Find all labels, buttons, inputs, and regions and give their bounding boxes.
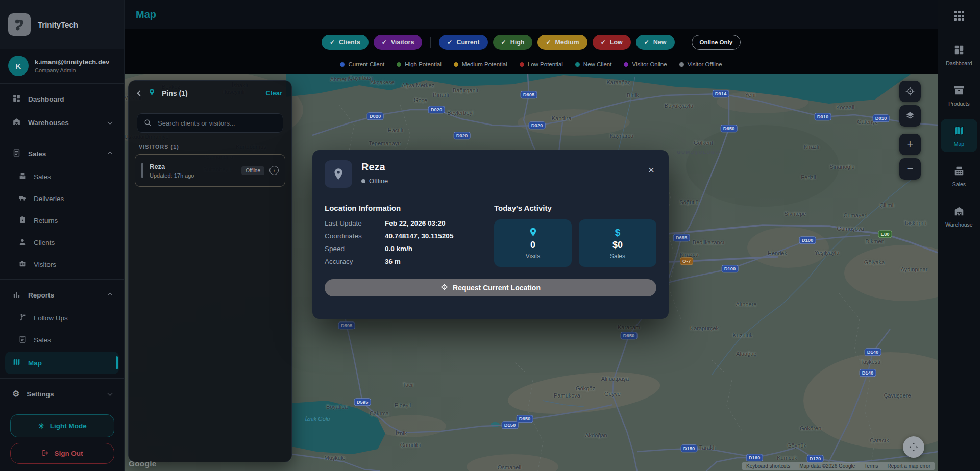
- search-input[interactable]: [137, 113, 283, 133]
- sidebar-item-deliveries[interactable]: Deliveries: [5, 188, 119, 209]
- check-icon: ✓: [601, 39, 606, 46]
- pins-panel: Pins (1) Clear VISITORS (1) Reza Updated…: [128, 80, 292, 462]
- keyboard-shortcuts-link[interactable]: Keyboard shortcuts: [746, 463, 790, 469]
- check-icon: ✓: [501, 39, 506, 46]
- legend-dot: [624, 62, 628, 67]
- legend-label: Visitor Offline: [688, 61, 722, 67]
- layers-button[interactable]: [899, 105, 921, 127]
- user-role: Company Admin: [35, 67, 109, 73]
- location-information: Location Information Last UpdateFeb 22, …: [325, 204, 476, 270]
- location-heading: Location Information: [325, 204, 476, 212]
- sidebar-item-reports[interactable]: Reports: [5, 284, 119, 306]
- filter-chip-medium[interactable]: ✓Medium: [537, 35, 587, 50]
- modal-status: Offline: [361, 177, 388, 185]
- dashboard-icon: [953, 44, 965, 57]
- visits-value: 0: [530, 240, 535, 251]
- filter-chip-online-only[interactable]: Online Only: [692, 35, 741, 50]
- info-row: Speed0.0 km/h: [325, 245, 476, 253]
- zoom-out-button[interactable]: −: [899, 158, 921, 180]
- back-chevron-icon[interactable]: [137, 90, 142, 96]
- filter-chip-visitors[interactable]: ✓Visitors: [374, 35, 423, 50]
- filter-chip-new[interactable]: ✓New: [636, 35, 675, 50]
- sidebar-item-map[interactable]: Map: [5, 352, 119, 374]
- filter-chip-clients[interactable]: ✓Clients: [322, 35, 369, 50]
- clipboard-return-icon: [18, 216, 27, 226]
- rail-item-dashboard[interactable]: Dashboard: [941, 38, 977, 71]
- sidebar-item-visitors[interactable]: Visitors: [5, 254, 119, 275]
- legend-item: Current Client: [340, 61, 384, 67]
- filter-chip-high[interactable]: ✓High: [493, 35, 533, 50]
- divider: [0, 378, 124, 379]
- row-value: Feb 22, 2026 03:20: [385, 219, 446, 227]
- truck-icon: [18, 194, 27, 204]
- sales-value: $0: [612, 240, 623, 251]
- app-root: TrinityTech K k.imani@trinitytech.dev Co…: [0, 0, 980, 471]
- info-row: Coordinates40.748147, 30.115205: [325, 232, 476, 240]
- top-bar: Map: [125, 0, 938, 29]
- chevron-up-icon: [108, 151, 113, 156]
- locate-button[interactable]: [899, 81, 921, 102]
- sidebar-item-label: Warehouses: [28, 119, 69, 127]
- clear-button[interactable]: Clear: [265, 89, 282, 97]
- legend-label: Visitor Online: [632, 61, 667, 67]
- close-icon[interactable]: ×: [648, 164, 654, 175]
- sidebar-footer: ☀ Light Mode Sign Out: [0, 409, 124, 471]
- sidebar-item-label: Deliveries: [34, 195, 64, 203]
- terms-link[interactable]: Terms: [864, 463, 878, 469]
- chip-label: New: [653, 39, 667, 46]
- apps-grid-button[interactable]: [948, 7, 970, 24]
- cash-register-icon: [953, 165, 965, 178]
- chevron-down-icon: [108, 119, 113, 125]
- light-mode-button[interactable]: ☀ Light Mode: [10, 414, 114, 437]
- info-icon[interactable]: i: [270, 166, 279, 175]
- sun-icon: ☀: [38, 422, 44, 430]
- chevron-down-icon: [108, 391, 113, 396]
- sidebar-item-dashboard[interactable]: Dashboard: [5, 88, 119, 110]
- filter-bar: ✓Clients ✓Visitors ✓Current ✓High ✓Mediu…: [125, 29, 938, 74]
- rail-item-map[interactable]: Map: [941, 119, 977, 152]
- legend-label: Medium Potential: [462, 61, 507, 67]
- legend-label: High Potential: [405, 61, 442, 67]
- visitor-list-item[interactable]: Reza Updated: 17h ago Offline i: [135, 154, 285, 187]
- pan-fullscreen-button[interactable]: [903, 436, 924, 458]
- request-location-button[interactable]: Request Current Location: [325, 279, 656, 296]
- sidebar-item-clients[interactable]: Clients: [5, 232, 119, 253]
- sidebar-item-settings[interactable]: ⚙ Settings: [5, 383, 119, 405]
- brand-logo-icon: [8, 13, 31, 36]
- sidebar-item-follow-ups[interactable]: Follow Ups: [5, 307, 119, 329]
- light-mode-label: Light Mode: [50, 422, 87, 430]
- visits-card: 0 Visits: [494, 219, 572, 267]
- row-value: 0.0 km/h: [385, 245, 412, 253]
- info-row: Last UpdateFeb 22, 2026 03:20: [325, 219, 476, 227]
- status-dot: [361, 179, 365, 183]
- filter-chip-current[interactable]: ✓Current: [439, 35, 487, 50]
- sidebar-item-sales-group[interactable]: Sales: [5, 142, 119, 165]
- filter-chip-low[interactable]: ✓Low: [593, 35, 631, 50]
- legend-label: Low Potential: [528, 61, 563, 67]
- check-icon: ✓: [546, 39, 551, 46]
- sidebar-item-label: Clients: [34, 239, 55, 246]
- warehouse-icon: [953, 206, 965, 218]
- sidebar-item-sales-report[interactable]: Sales: [5, 329, 119, 351]
- divider: [0, 138, 124, 138]
- rail-item-products[interactable]: Products: [941, 79, 977, 112]
- rail-item-warehouse[interactable]: Warehouse: [941, 200, 977, 233]
- rail-item-label: Sales: [952, 181, 966, 187]
- pins-panel-header: Pins (1) Clear: [129, 81, 291, 106]
- divider: [430, 37, 431, 48]
- visitor-updated: Updated: 17h ago: [150, 172, 194, 179]
- sidebar-item-sales[interactable]: Sales: [5, 166, 119, 187]
- brand-name: TrinityTech: [38, 20, 78, 29]
- legend-item: High Potential: [397, 61, 442, 67]
- logout-icon: [41, 449, 49, 458]
- rail-item-sales[interactable]: Sales: [941, 159, 977, 192]
- sidebar-item-returns[interactable]: Returns: [5, 210, 119, 231]
- chip-label: Medium: [555, 39, 579, 46]
- sign-out-button[interactable]: Sign Out: [10, 443, 114, 464]
- report-error-link[interactable]: Report a map error: [888, 463, 930, 469]
- zoom-in-button[interactable]: +: [899, 134, 921, 155]
- sidebar-item-label: Follow Ups: [34, 314, 68, 322]
- pin-icon: [529, 227, 537, 238]
- sidebar-item-warehouses[interactable]: Warehouses: [5, 111, 119, 134]
- left-sidebar: TrinityTech K k.imani@trinitytech.dev Co…: [0, 0, 125, 471]
